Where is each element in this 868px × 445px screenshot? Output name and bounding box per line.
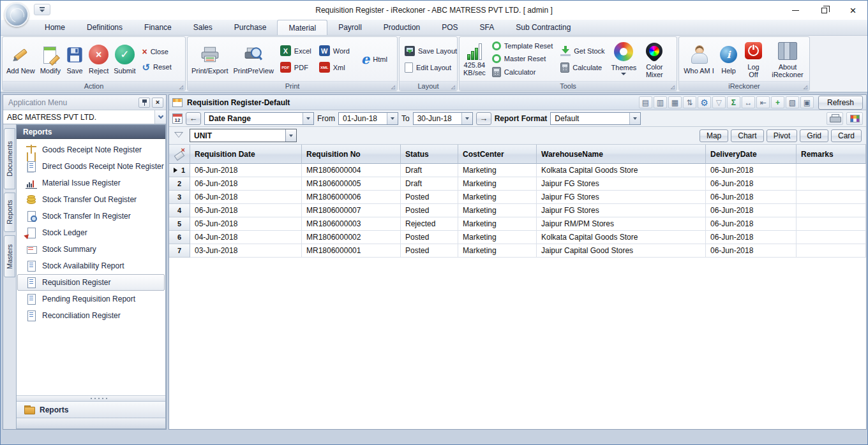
snapshot-icon-button[interactable]: ▣ — [800, 96, 814, 108]
submit-button[interactable]: ✓Submit — [112, 43, 137, 76]
tab-sales[interactable]: Sales — [183, 20, 223, 35]
themes-button[interactable]: Themes — [610, 40, 639, 79]
sidebar-item-direct-goods-receipt-note-register[interactable]: Direct Goods Receipt Note Register — [17, 158, 165, 175]
row-number[interactable]: 1 — [169, 164, 190, 177]
sidebar-splitter[interactable] — [17, 395, 165, 401]
row-number[interactable]: 2 — [169, 177, 190, 191]
export-xml-button[interactable]: Xml — [316, 61, 353, 73]
add-new-button[interactable]: Add New — [4, 43, 37, 76]
sidebar-item-goods-receipt-note-register[interactable]: Goods Receipt Note Register — [17, 142, 165, 158]
column-header-requisition-no[interactable]: Requisition No — [302, 145, 401, 164]
clear-filter-header-cell[interactable] — [169, 145, 190, 164]
master-reset-button[interactable]: Master Reset — [489, 54, 556, 64]
grid-view-button[interactable]: Grid — [800, 129, 828, 142]
minimize-button[interactable] — [781, 1, 810, 20]
column-header-status[interactable]: Status — [401, 145, 458, 164]
pivot-view-button[interactable]: Pivot — [767, 129, 798, 142]
sidebar-item-requisition-register[interactable]: Requisition Register — [17, 274, 165, 291]
modify-button[interactable]: Modify — [38, 43, 63, 76]
date-range-dropdown[interactable]: Date Range — [204, 112, 314, 125]
table-row[interactable]: 406-Jun-2018MR1806000007PostedMarketingJ… — [169, 204, 866, 217]
column-width-icon-button[interactable]: ↔ — [742, 96, 755, 108]
table-row[interactable]: 505-Jun-2018MR1806000003RejectedMarketin… — [169, 217, 866, 231]
next-period-button[interactable]: → — [476, 112, 491, 125]
sidebar-item-pending-requisition-report[interactable]: Pending Requisition Report — [17, 291, 165, 307]
tab-payroll[interactable]: Payroll — [327, 20, 373, 35]
card-view-button[interactable]: Card — [831, 129, 862, 142]
sidebar-item-stock-ledger[interactable]: Stock Ledger — [17, 224, 165, 241]
sidebar-item-material-issue-register[interactable]: Material Issue Register — [17, 175, 165, 191]
table-row[interactable]: 106-Jun-2018MR1806000004DraftMarketingKo… — [169, 164, 866, 177]
tab-finance[interactable]: Finance — [133, 20, 183, 35]
export-pdf-button[interactable]: PDF — [277, 61, 315, 73]
dialog-launcher-icon[interactable]: ◿ — [671, 84, 675, 90]
reject-button[interactable]: ×Reject — [87, 43, 110, 76]
fit-width-icon-button[interactable]: ⇤ — [756, 96, 770, 108]
calculate-button[interactable]: Calculate — [557, 62, 608, 73]
edit-layout-button[interactable]: Edit Layout — [401, 62, 454, 73]
close-form-button[interactable]: ×Close — [138, 46, 174, 57]
print-preview-button[interactable]: PrintPreView — [231, 43, 275, 76]
report-format-dropdown[interactable]: Default — [550, 112, 641, 125]
tab-production[interactable]: Production — [373, 20, 431, 35]
sidebar-tab-masters[interactable]: Masters — [4, 235, 15, 277]
export-word-button[interactable]: Word — [316, 45, 353, 57]
export-excel-button[interactable]: Excel — [277, 45, 315, 57]
export-card-icon-button[interactable]: ▥ — [654, 96, 667, 108]
company-dropdown[interactable]: ABC MATRESS PVT LTD. — [3, 110, 166, 124]
template-reset-button[interactable]: Template Reset — [489, 41, 556, 51]
refresh-button[interactable]: Refresh — [818, 96, 863, 110]
dropdown-button[interactable] — [303, 113, 313, 124]
dialog-launcher-icon[interactable]: ◿ — [451, 84, 455, 90]
column-header-requisition-date[interactable]: Requisition Date — [190, 145, 302, 164]
settings-gear-icon-button[interactable]: ⚙ — [698, 96, 711, 108]
from-date-dropdown[interactable]: 01-Jun-18 — [338, 112, 398, 125]
summary-sigma-icon-button[interactable]: Σ — [727, 96, 740, 108]
previous-period-button[interactable]: ← — [186, 112, 201, 125]
layout-grid-icon-button[interactable]: ▦ — [668, 96, 682, 108]
sidebar-tab-documents[interactable]: Documents — [4, 128, 15, 189]
dropdown-button[interactable] — [154, 110, 166, 124]
about-ireckoner-button[interactable]: About iReckoner — [768, 39, 807, 80]
dialog-launcher-icon[interactable]: ◿ — [804, 84, 807, 90]
sidebar-item-stock-transfer-in-register[interactable]: Stock Transfer In Register — [17, 208, 165, 224]
to-date-dropdown[interactable]: 30-Jun-18 — [413, 112, 473, 125]
quick-access-toolbar-button[interactable] — [34, 4, 50, 15]
table-row[interactable]: 306-Jun-2018MR1806000006PostedMarketingJ… — [169, 191, 866, 204]
table-row[interactable]: 206-Jun-2018MR1806000005DraftMarketingJa… — [169, 177, 866, 191]
export-html-button[interactable]: Html — [358, 52, 391, 66]
print-icon-button[interactable]: ▤ — [639, 96, 652, 108]
map-view-button[interactable]: Map — [700, 129, 728, 142]
column-header-costcenter[interactable]: CostCenter — [458, 145, 537, 164]
column-header-remarks[interactable]: Remarks — [797, 145, 866, 164]
reports-footer-button[interactable]: Reports — [17, 401, 165, 418]
tab-sfa[interactable]: SFA — [469, 20, 505, 35]
column-header-warehousename[interactable]: WarehouseName — [537, 145, 706, 164]
sort-order-icon-button[interactable]: ⇅ — [683, 96, 696, 108]
dialog-launcher-icon[interactable]: ◿ — [391, 84, 395, 90]
chart-view-button[interactable]: Chart — [731, 129, 763, 142]
conditional-format-button[interactable] — [846, 112, 863, 125]
filter-icon-button[interactable]: ▽ — [712, 96, 726, 108]
column-header-deliverydate[interactable]: DeliveryDate — [706, 145, 797, 164]
get-stock-button[interactable]: Get Stock — [557, 45, 608, 57]
calculator-button[interactable]: Calculator — [489, 66, 556, 78]
reset-button[interactable]: ↺Reset — [138, 62, 174, 73]
row-number[interactable]: 7 — [169, 244, 190, 258]
tab-material[interactable]: Material — [277, 20, 327, 35]
row-number[interactable]: 6 — [169, 231, 190, 244]
pin-button[interactable] — [138, 98, 150, 108]
sidebar-item-stock-transfer-out-register[interactable]: Stock Transfer Out Register — [17, 191, 165, 208]
sidebar-item-stock-summary[interactable]: Stock Summary — [17, 241, 165, 258]
dialog-launcher-icon[interactable]: ◿ — [179, 84, 183, 90]
row-number[interactable]: 5 — [169, 217, 190, 231]
tab-pos[interactable]: POS — [431, 20, 468, 35]
log-off-button[interactable]: Log Off — [740, 39, 767, 80]
row-number[interactable]: 4 — [169, 204, 190, 217]
app-logo-globe-icon[interactable] — [4, 3, 29, 27]
color-mixer-button[interactable]: Color Mixer — [640, 39, 669, 80]
column-chooser-icon-button[interactable]: ▧ — [786, 96, 799, 108]
tab-sub-contracting[interactable]: Sub Contracting — [505, 20, 581, 35]
sidebar-tab-reports[interactable]: Reports — [4, 193, 15, 232]
dropdown-button[interactable] — [461, 113, 472, 124]
